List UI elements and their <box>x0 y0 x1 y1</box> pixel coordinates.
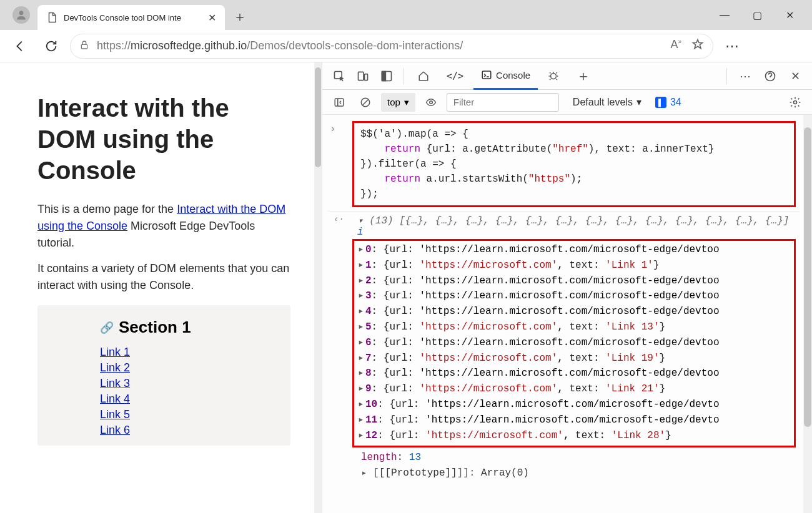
devtools-tabs: </> Console ＋ ⋯ ✕ <box>322 62 812 90</box>
devtools-scrollbar[interactable] <box>803 115 812 513</box>
live-expression-button[interactable] <box>420 92 442 113</box>
tab-sources[interactable] <box>540 62 567 90</box>
console-input-block[interactable]: $$('a').map(a => { return {url: a.getAtt… <box>352 121 796 207</box>
new-tab-button[interactable]: ＋ <box>229 6 251 28</box>
arrow-left-icon <box>13 39 27 53</box>
result-row[interactable]: ▸12: {url: 'https://microsoft.com', text… <box>358 428 790 444</box>
result-row[interactable]: ▸11: {url: 'https://learn.microsoft.com/… <box>358 413 790 428</box>
array-length-row: length: 13 <box>327 450 800 466</box>
console-toolbar: top ▾ Default levels ▾ ▌ 34 <box>322 90 812 115</box>
document-icon <box>46 12 57 23</box>
titlebar: DevTools Console tool DOM inte ✕ ＋ — ▢ ✕ <box>0 0 812 30</box>
result-row[interactable]: ▸8: {url: 'https://learn.microsoft.com/m… <box>358 366 790 381</box>
profile-avatar[interactable] <box>12 6 30 24</box>
browser-menu-button[interactable]: ⋯ <box>720 38 745 54</box>
filter-input[interactable] <box>447 93 559 112</box>
devtools-close-button[interactable]: ✕ <box>785 66 806 87</box>
svg-rect-7 <box>482 71 491 79</box>
svg-rect-3 <box>359 72 364 80</box>
result-summary[interactable]: ‹· ▾ (13) [{…}, {…}, {…}, {…}, {…}, {…},… <box>327 211 800 239</box>
inspect-element-button[interactable] <box>329 66 350 87</box>
input-chevron-icon: › <box>330 124 336 135</box>
section-link[interactable]: Link 3 <box>100 377 275 390</box>
result-row[interactable]: ▸5: {url: 'https://microsoft.com', text:… <box>358 320 790 335</box>
section-heading: 🔗 Section 1 <box>100 318 275 337</box>
sidebar-toggle-button[interactable] <box>329 92 350 113</box>
tab-welcome[interactable] <box>410 62 437 90</box>
browser-tab[interactable]: DevTools Console tool DOM inte ✕ <box>37 5 225 30</box>
section-link[interactable]: Link 5 <box>100 408 275 421</box>
home-icon <box>418 71 429 82</box>
svg-rect-6 <box>382 71 386 81</box>
page-viewport: Interact with the DOM using the Console … <box>0 62 322 513</box>
issues-counter[interactable]: ▌ 34 <box>655 97 681 108</box>
result-row[interactable]: ▸0: {url: 'https://learn.microsoft.com/m… <box>358 242 790 258</box>
bug-icon <box>548 71 559 82</box>
tab-close-button[interactable]: ✕ <box>208 12 216 24</box>
result-row[interactable]: ▸1: {url: 'https://microsoft.com', text:… <box>358 258 790 273</box>
result-row[interactable]: ▸4: {url: 'https://learn.microsoft.com/m… <box>358 304 790 320</box>
section-link[interactable]: Link 4 <box>100 393 275 406</box>
devtools-help-button[interactable] <box>760 66 781 87</box>
intro-paragraph-1: This is a demo page for the Interact wit… <box>37 201 290 252</box>
tab-console[interactable]: Console <box>473 62 538 90</box>
eye-icon <box>425 97 437 108</box>
chevron-down-icon: ▾ <box>636 96 641 108</box>
result-row[interactable]: ▸3: {url: 'https://learn.microsoft.com/m… <box>358 288 790 304</box>
clear-icon <box>360 97 371 108</box>
console-settings-button[interactable] <box>785 92 806 113</box>
svg-rect-1 <box>81 44 87 49</box>
console-icon <box>481 69 492 81</box>
svg-rect-10 <box>335 99 344 106</box>
section-link[interactable]: Link 6 <box>100 424 275 437</box>
context-selector[interactable]: top ▾ <box>381 93 415 112</box>
devtools-panel: </> Console ＋ ⋯ ✕ <box>322 62 812 513</box>
device-toggle-button[interactable] <box>352 66 374 87</box>
read-aloud-icon[interactable]: A» <box>670 38 681 54</box>
console-output-block: ▸0: {url: 'https://learn.microsoft.com/m… <box>352 239 796 447</box>
log-levels-selector[interactable]: Default levels ▾ <box>573 96 641 108</box>
section-link[interactable]: Link 2 <box>100 361 275 374</box>
favorite-icon[interactable] <box>691 38 704 54</box>
back-button[interactable] <box>7 34 32 59</box>
gear-icon <box>789 96 801 109</box>
svg-point-12 <box>430 100 433 104</box>
result-row[interactable]: ▸6: {url: 'https://learn.microsoft.com/m… <box>358 335 790 351</box>
link-icon: 🔗 <box>100 321 114 335</box>
svg-point-0 <box>19 11 24 15</box>
console-body: › $$('a').map(a => { return {url: a.getA… <box>322 115 812 513</box>
refresh-icon <box>44 39 58 53</box>
url-text: https://microsoftedge.github.io/Demos/de… <box>97 39 663 52</box>
svg-rect-4 <box>365 74 368 80</box>
maximize-button[interactable]: ▢ <box>750 9 765 21</box>
dock-side-button[interactable] <box>376 66 397 87</box>
window-close-button[interactable]: ✕ <box>782 9 797 21</box>
output-chevron-icon: ‹· <box>334 214 344 224</box>
help-icon <box>764 70 776 82</box>
page-scrollbar[interactable] <box>314 62 322 513</box>
result-row[interactable]: ▸2: {url: 'https://learn.microsoft.com/m… <box>358 273 790 289</box>
result-row[interactable]: ▸7: {url: 'https://microsoft.com', text:… <box>358 351 790 366</box>
chevron-down-icon: ▾ <box>404 97 409 108</box>
tab-elements[interactable]: </> <box>439 62 471 90</box>
refresh-button[interactable] <box>39 34 64 59</box>
svg-point-8 <box>551 73 557 79</box>
issue-badge-icon: ▌ <box>655 97 666 108</box>
code-icon: </> <box>447 71 463 82</box>
clear-console-button[interactable] <box>355 92 376 113</box>
tab-add[interactable]: ＋ <box>569 62 598 90</box>
svg-point-13 <box>794 100 797 104</box>
result-row[interactable]: ▸9: {url: 'https://microsoft.com', text:… <box>358 381 790 397</box>
intro-paragraph-2: It contains a variety of DOM elements th… <box>37 260 290 294</box>
page-title: Interact with the DOM using the Console <box>37 92 290 186</box>
person-icon <box>15 9 27 21</box>
toolbar: https://microsoftedge.github.io/Demos/de… <box>0 30 812 62</box>
result-row[interactable]: ▸10: {url: 'https://learn.microsoft.com/… <box>358 397 790 413</box>
section-link[interactable]: Link 1 <box>100 346 275 359</box>
devtools-more-button[interactable]: ⋯ <box>735 66 756 87</box>
address-bar[interactable]: https://microsoftedge.github.io/Demos/de… <box>70 34 713 59</box>
lock-icon <box>79 40 89 52</box>
minimize-button[interactable]: — <box>717 9 732 21</box>
prototype-row[interactable]: ▸ [[[Prototype]]]]: Array(0) <box>327 466 800 481</box>
tab-title: DevTools Console tool DOM inte <box>64 13 202 22</box>
